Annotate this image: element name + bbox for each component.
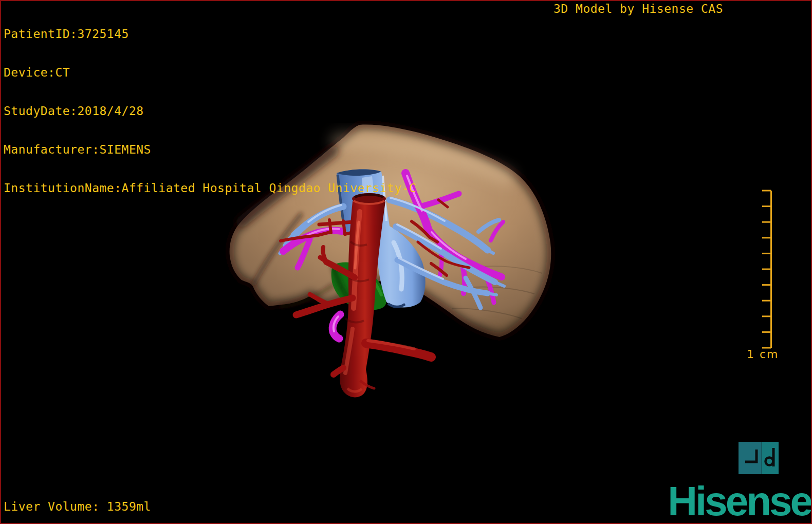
institution-name: InstitutionName:Affiliated Hospital Qing… [4,182,416,195]
watermark-text: 3D Model by Hisense CAS [553,3,723,15]
liver-volume-readout: Liver Volume: 1359ml [4,500,151,513]
orientation-marker-icon [739,440,780,475]
study-date: StudyDate:2018/4/28 [4,105,416,118]
device: Device:CT [4,66,416,79]
manufacturer: Manufacturer:SIEMENS [4,143,416,156]
patient-info-block: PatientID:3725145 Device:CT StudyDate:20… [4,2,416,208]
scale-bar-ticks [762,191,771,348]
patient-id: PatientID:3725145 [4,28,416,41]
scale-bar [750,187,781,357]
brand-logo: Hisense [668,481,811,522]
scale-bar-label: 1 cm [747,348,779,361]
